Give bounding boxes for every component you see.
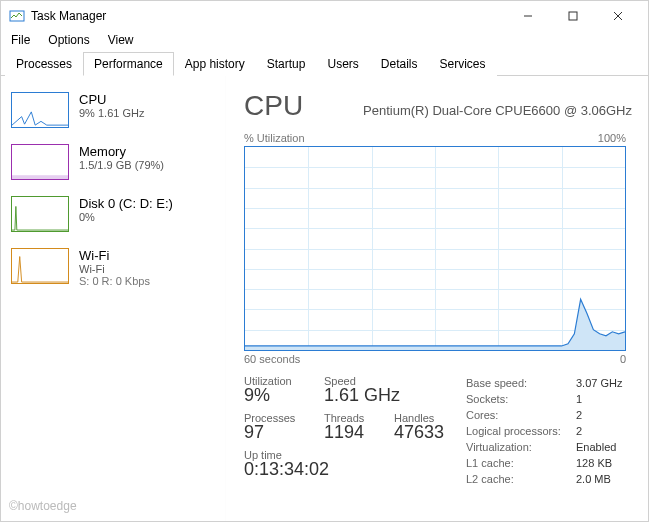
utilization-value: 9%: [244, 385, 324, 406]
sidebar-item-cpu[interactable]: CPU 9% 1.61 GHz: [7, 86, 219, 138]
graph-y-max: 100%: [598, 132, 626, 144]
svg-rect-2: [569, 12, 577, 20]
sockets-label: Sockets:: [466, 391, 576, 407]
maximize-button[interactable]: [550, 1, 595, 31]
task-manager-icon: [9, 8, 25, 24]
tab-startup[interactable]: Startup: [256, 52, 317, 76]
tabstrip: Processes Performance App history Startu…: [1, 51, 648, 76]
menu-view[interactable]: View: [108, 33, 134, 47]
disk-thumb-icon: [11, 196, 69, 232]
sidebar: CPU 9% 1.61 GHz Memory 1.5/1.9 GB (79%) …: [1, 76, 226, 522]
menu-options[interactable]: Options: [48, 33, 89, 47]
page-title: CPU: [244, 90, 303, 122]
main-heading-row: CPU Pentium(R) Dual-Core CPUE6600 @ 3.06…: [244, 90, 632, 122]
l2-cache-label: L2 cache:: [466, 471, 576, 487]
logical-processors-value: 2: [576, 423, 582, 439]
wifi-thumb-icon: [11, 248, 69, 284]
sidebar-wifi-title: Wi-Fi: [79, 248, 150, 263]
cores-value: 2: [576, 407, 582, 423]
tab-details[interactable]: Details: [370, 52, 429, 76]
menu-file[interactable]: File: [11, 33, 30, 47]
minimize-button[interactable]: [505, 1, 550, 31]
logical-processors-label: Logical processors:: [466, 423, 576, 439]
tab-processes[interactable]: Processes: [5, 52, 83, 76]
tab-app-history[interactable]: App history: [174, 52, 256, 76]
tab-services[interactable]: Services: [429, 52, 497, 76]
uptime-value: 0:13:34:02: [244, 459, 466, 480]
stats-left: Utilization 9% Speed 1.61 GHz Processes …: [244, 375, 466, 487]
tab-users[interactable]: Users: [316, 52, 369, 76]
watermark: ©howtoedge: [9, 499, 77, 513]
sidebar-disk-title: Disk 0 (C: D: E:): [79, 196, 173, 211]
sidebar-disk-sub: 0%: [79, 211, 173, 223]
virtualization-value: Enabled: [576, 439, 616, 455]
sidebar-label: Wi-Fi Wi-Fi S: 0 R: 0 Kbps: [79, 248, 150, 287]
sockets-value: 1: [576, 391, 582, 407]
titlebar: Task Manager: [1, 1, 648, 31]
main-panel: CPU Pentium(R) Dual-Core CPUE6600 @ 3.06…: [226, 76, 648, 522]
menubar: File Options View: [1, 31, 648, 51]
sidebar-label: CPU 9% 1.61 GHz: [79, 92, 144, 128]
l1-cache-value: 128 KB: [576, 455, 612, 471]
virtualization-label: Virtualization:: [466, 439, 576, 455]
cpu-graph[interactable]: [244, 146, 626, 351]
cores-label: Cores:: [466, 407, 576, 423]
window-title: Task Manager: [31, 9, 505, 23]
graph-y-label: % Utilization: [244, 132, 305, 144]
stats-right: Base speed:3.07 GHz Sockets:1 Cores:2 Lo…: [466, 375, 622, 487]
l1-cache-label: L1 cache:: [466, 455, 576, 471]
processor-name: Pentium(R) Dual-Core CPUE6600 @ 3.06GHz: [327, 103, 632, 118]
graph-top-labels: % Utilization 100%: [244, 132, 626, 144]
graph-x-right: 0: [620, 353, 626, 365]
processes-value: 97: [244, 422, 324, 443]
graph-bottom-labels: 60 seconds 0: [244, 353, 626, 365]
cpu-thumb-icon: [11, 92, 69, 128]
sidebar-memory-sub: 1.5/1.9 GB (79%): [79, 159, 164, 171]
base-speed-label: Base speed:: [466, 375, 576, 391]
sidebar-wifi-sub: Wi-Fi: [79, 263, 150, 275]
sidebar-memory-title: Memory: [79, 144, 164, 159]
handles-value: 47633: [394, 422, 454, 443]
svg-rect-5: [12, 175, 68, 179]
sidebar-label: Disk 0 (C: D: E:) 0%: [79, 196, 173, 232]
sidebar-item-memory[interactable]: Memory 1.5/1.9 GB (79%): [7, 138, 219, 190]
close-button[interactable]: [595, 1, 640, 31]
sidebar-wifi-sub2: S: 0 R: 0 Kbps: [79, 275, 150, 287]
sidebar-item-disk[interactable]: Disk 0 (C: D: E:) 0%: [7, 190, 219, 242]
sidebar-label: Memory 1.5/1.9 GB (79%): [79, 144, 164, 180]
window-controls: [505, 1, 640, 31]
tab-performance[interactable]: Performance: [83, 52, 174, 76]
sidebar-cpu-sub: 9% 1.61 GHz: [79, 107, 144, 119]
l2-cache-value: 2.0 MB: [576, 471, 611, 487]
base-speed-value: 3.07 GHz: [576, 375, 622, 391]
threads-value: 1194: [324, 422, 394, 443]
graph-x-left: 60 seconds: [244, 353, 300, 365]
sidebar-item-wifi[interactable]: Wi-Fi Wi-Fi S: 0 R: 0 Kbps: [7, 242, 219, 297]
cpu-plot-line: [245, 147, 625, 350]
stats-area: Utilization 9% Speed 1.61 GHz Processes …: [244, 375, 632, 487]
speed-value: 1.61 GHz: [324, 385, 414, 406]
content-area: CPU 9% 1.61 GHz Memory 1.5/1.9 GB (79%) …: [1, 76, 648, 522]
sidebar-cpu-title: CPU: [79, 92, 144, 107]
memory-thumb-icon: [11, 144, 69, 180]
